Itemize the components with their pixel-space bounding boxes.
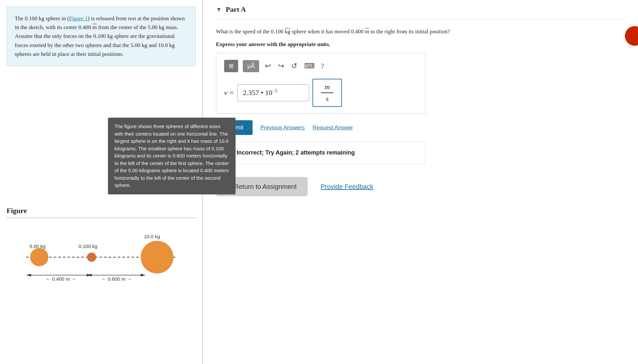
figure-link[interactable]: Figure 1 xyxy=(69,15,88,22)
answer-container: ⊞ μÅ ↩ ↪ ↺ ⌨ ? v = 2.357 • 10−5 m s xyxy=(216,53,425,114)
express-label: Express your answer with the appropriate… xyxy=(216,41,625,48)
provide-feedback-button[interactable]: Provide Feedback xyxy=(321,183,373,190)
part-label: Part A xyxy=(226,5,246,14)
red-circle-indicator xyxy=(625,26,638,46)
redo-button[interactable]: ↪ xyxy=(277,60,285,72)
help-icon[interactable]: ? xyxy=(321,62,324,70)
request-answer-button[interactable]: Request Answer xyxy=(312,124,353,131)
keyboard-button[interactable]: ⌨ xyxy=(303,60,316,72)
refresh-button[interactable]: ↺ xyxy=(290,60,298,72)
bottom-row: ❮ Return to Assignment Provide Feedback xyxy=(216,177,625,196)
problem-box: The 0.100 kg sphere in (Figure 1) is rel… xyxy=(7,7,196,66)
sphere-5kg xyxy=(30,248,48,266)
grid-icon: ⊞ xyxy=(229,62,234,70)
unit-box[interactable]: m s xyxy=(312,79,342,107)
figure-divider xyxy=(7,218,196,218)
problem-text: The 0.100 kg sphere in (Figure 1) is rel… xyxy=(15,15,185,57)
dim-06m: ← 0.600 m → xyxy=(101,276,132,282)
left-panel: The 0.100 kg sphere in (Figure 1) is rel… xyxy=(0,0,203,364)
mu-icon: μÅ xyxy=(247,63,255,70)
sphere-0100kg xyxy=(87,253,96,262)
figure-label: Figure xyxy=(7,207,196,215)
figure-tooltip: The figure shows three spheres of differ… xyxy=(108,118,236,194)
chevron-down-icon: ▼ xyxy=(216,6,222,13)
label-5kg: 5.00 kg xyxy=(29,243,45,249)
action-row: Submit Previous Answers Request Answer xyxy=(216,120,625,135)
equation-area: v = 2.357 • 10−5 m s xyxy=(224,79,417,107)
undo-button[interactable]: ↩ xyxy=(264,60,272,72)
variable-label: v = xyxy=(224,89,234,97)
error-text: Incorrect; Try Again; 2 attempts remaini… xyxy=(237,149,355,156)
unit-numerator: m xyxy=(321,83,333,93)
dim-04m: ← 0.400 m → xyxy=(46,276,76,282)
right-panel: ▼ Part A What is the speed of the 0.100 … xyxy=(203,0,638,364)
svg-marker-6 xyxy=(141,274,146,276)
unit-denominator: s xyxy=(326,93,329,103)
error-box: ✕ Incorrect; Try Again; 2 attempts remai… xyxy=(216,141,425,164)
previous-answers-button[interactable]: Previous Answers xyxy=(260,124,305,131)
sphere-10kg xyxy=(141,241,173,273)
figure-diagram: 5.00 kg 0.100 kg 10.0 kg ← 0.400 m → ← 0… xyxy=(7,228,190,283)
label-0100kg: 0.100 kg xyxy=(79,243,97,249)
question-text: What is the speed of the 0.100 kg sphere… xyxy=(216,27,497,36)
svg-marker-2 xyxy=(26,274,31,276)
part-header: ▼ Part A xyxy=(216,0,625,19)
label-10kg: 10.0 kg xyxy=(144,234,160,239)
value-input[interactable]: 2.357 • 10−5 xyxy=(237,84,309,101)
mu-button[interactable]: μÅ xyxy=(243,60,259,72)
grid-button[interactable]: ⊞ xyxy=(224,60,238,72)
toolbar: ⊞ μÅ ↩ ↪ ↺ ⌨ ? xyxy=(224,60,417,72)
